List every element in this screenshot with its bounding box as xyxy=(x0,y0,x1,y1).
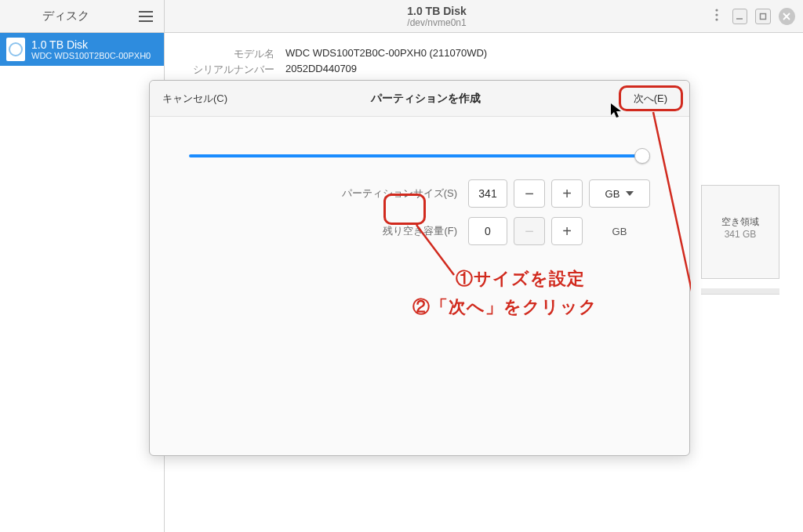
svg-point-1 xyxy=(715,13,718,16)
info-serial-key: シリアルナンバー xyxy=(188,63,274,77)
svg-rect-3 xyxy=(760,13,765,19)
partition-size-slider[interactable] xyxy=(189,148,650,164)
create-partition-dialog: キャンセル(C) パーティションを作成 次へ(E) パーティションサイズ(S) … xyxy=(149,80,690,456)
maximize-button[interactable] xyxy=(755,9,771,24)
disk-path: /dev/nvme0n1 xyxy=(165,17,709,28)
sidebar-item-disk[interactable]: 1.0 TB Disk WDC WDS100T2B0C-00PXH0 xyxy=(0,33,164,66)
free-plus-button[interactable]: + xyxy=(551,217,583,245)
free-space-input[interactable]: 0 xyxy=(468,217,507,245)
partition-size-input[interactable]: 341 xyxy=(468,179,507,208)
free-minus-button[interactable]: − xyxy=(514,217,545,245)
annotation-text-1: ①サイズを設定 xyxy=(456,267,585,291)
sidebar-disk-title: 1.0 TB Disk xyxy=(31,38,151,51)
free-unit-label: GB xyxy=(589,226,650,237)
free-space-block[interactable]: 空き領域 341 GB xyxy=(701,185,779,279)
header-right xyxy=(709,8,803,25)
minimize-button[interactable] xyxy=(732,9,748,24)
cursor-icon xyxy=(610,103,623,121)
dialog-title: パーティションを作成 xyxy=(227,92,624,106)
info-row-serial: シリアルナンバー 2052DD440709 xyxy=(188,63,779,77)
free-space-size: 341 GB xyxy=(702,229,779,240)
row-free-space: 残り空き容量(F) 0 − + GB xyxy=(189,217,650,245)
app-title: ディスク xyxy=(0,9,131,24)
chevron-down-icon xyxy=(626,191,634,196)
size-plus-button[interactable]: + xyxy=(551,179,583,208)
disk-icon xyxy=(6,38,25,61)
unit-select[interactable]: GB xyxy=(589,179,650,208)
info-row-model: モデル名 WDC WDS100T2B0C-00PXH0 (211070WD) xyxy=(188,47,779,61)
kebab-icon[interactable] xyxy=(709,9,724,24)
next-button[interactable]: 次へ(E) xyxy=(624,89,677,108)
free-space-label-2: 残り空き容量(F) xyxy=(383,224,457,238)
header-center: 1.0 TB Disk /dev/nvme0n1 xyxy=(165,5,709,28)
close-button[interactable] xyxy=(779,8,795,25)
free-space-label: 空き領域 xyxy=(702,215,779,229)
slider-thumb[interactable] xyxy=(634,148,650,164)
cancel-button[interactable]: キャンセル(C) xyxy=(162,92,227,106)
hamburger-icon[interactable] xyxy=(131,5,161,28)
toolbar-strip xyxy=(701,288,779,295)
header-left: ディスク xyxy=(0,0,165,32)
info-model-key: モデル名 xyxy=(188,47,274,61)
info-model-value: WDC WDS100T2B0C-00PXH0 (211070WD) xyxy=(285,47,487,61)
size-minus-button[interactable]: − xyxy=(514,179,545,208)
partition-size-label: パーティションサイズ(S) xyxy=(342,186,457,201)
unit-select-label: GB xyxy=(605,188,620,200)
row-partition-size: パーティションサイズ(S) 341 − + GB xyxy=(189,179,650,208)
slider-track xyxy=(189,154,638,157)
svg-point-0 xyxy=(715,9,718,11)
dialog-header: キャンセル(C) パーティションを作成 次へ(E) xyxy=(150,81,689,117)
sidebar-disk-model: WDC WDS100T2B0C-00PXH0 xyxy=(31,51,151,60)
slider-area xyxy=(150,117,689,172)
annotation-text-2: ②「次へ」をクリック xyxy=(412,295,598,319)
svg-point-2 xyxy=(715,18,718,20)
window-header: ディスク 1.0 TB Disk /dev/nvme0n1 xyxy=(0,0,803,33)
disk-title: 1.0 TB Disk xyxy=(165,5,709,17)
info-serial-value: 2052DD440709 xyxy=(285,63,357,77)
sidebar: 1.0 TB Disk WDC WDS100T2B0C-00PXH0 xyxy=(0,33,165,532)
